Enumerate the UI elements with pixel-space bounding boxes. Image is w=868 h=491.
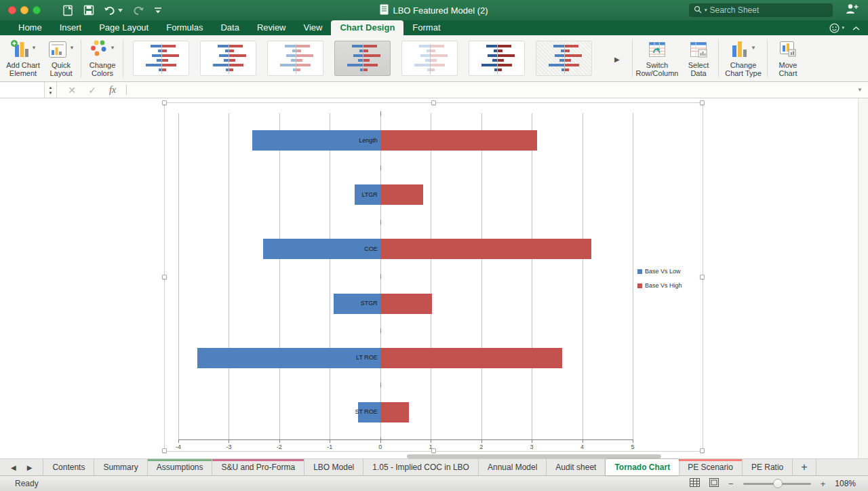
chart-style-thumbnail-5[interactable]: [401, 41, 458, 76]
chart-style-thumbnail-2[interactable]: [200, 41, 256, 76]
chart-style-thumbnail-1[interactable]: [133, 41, 189, 76]
gridline: [431, 113, 431, 439]
prev-sheet-button[interactable]: ◀: [11, 464, 16, 471]
page-layout-view-icon[interactable]: [709, 478, 719, 489]
zoom-window-button[interactable]: [33, 6, 41, 14]
sheet-tab-tornado-chart[interactable]: Tornado Chart: [606, 459, 679, 475]
cancel-entry-button[interactable]: ✕: [64, 82, 80, 98]
select-data-button[interactable]: Select Data: [681, 39, 716, 79]
category-label-length: Length: [330, 137, 378, 144]
chart-selection-handle[interactable]: [431, 100, 436, 105]
bar-base-vs-high-st-roe[interactable]: [380, 402, 409, 423]
name-box[interactable]: [0, 82, 45, 98]
gridline: [229, 113, 229, 439]
menu-tab-home[interactable]: Home: [9, 20, 51, 35]
chart-style-thumbnail-6[interactable]: [469, 41, 525, 76]
smiley-dropdown-icon: ▾: [842, 25, 844, 31]
switch-row-column-button[interactable]: Switch Row/Column: [635, 39, 679, 79]
undo-button[interactable]: [104, 5, 123, 16]
menu-tab-page-layout[interactable]: Page Layout: [90, 20, 157, 35]
x-axis-tick: [633, 439, 633, 443]
sheet-tab-contents[interactable]: Contents: [43, 459, 94, 475]
chart-style-thumbnail-7[interactable]: [536, 41, 592, 76]
category-axis-tick: [380, 382, 381, 387]
menu-tab-review[interactable]: Review: [248, 20, 295, 35]
sheet-tab-label: PE Ratio: [751, 463, 783, 472]
bar-base-vs-high-length[interactable]: [380, 130, 537, 151]
sheet-tab-audit-sheet[interactable]: Audit sheet: [547, 459, 606, 475]
bar-base-vs-high-coe[interactable]: [380, 239, 591, 259]
customize-toolbar-icon[interactable]: [154, 6, 162, 14]
chart-style-thumbnail-3[interactable]: [267, 41, 323, 76]
normal-view-icon[interactable]: [690, 478, 700, 489]
chart-selection-handle[interactable]: [162, 275, 167, 279]
name-box-spinner[interactable]: ▲▼: [45, 82, 57, 98]
quick-layout-button[interactable]: ▼ Quick Layout: [43, 39, 79, 79]
menu-tab-insert[interactable]: Insert: [51, 20, 91, 35]
share-button[interactable]: [845, 3, 859, 18]
zoom-slider-knob[interactable]: [773, 479, 783, 488]
sheet-tab-lbo-model[interactable]: LBO Model: [304, 459, 363, 475]
sheet-canvas[interactable]: -4-3-2-1012345LengthLTGRCOESTGRLT ROEST …: [0, 98, 868, 458]
menu-tab-formulas[interactable]: Formulas: [157, 20, 212, 35]
save-icon[interactable]: [83, 5, 94, 16]
insert-function-button[interactable]: fx: [104, 82, 121, 98]
zoom-slider[interactable]: [743, 483, 811, 485]
chart-selection-handle[interactable]: [700, 448, 705, 453]
close-window-button[interactable]: [8, 6, 16, 14]
bar-base-vs-high-stgr[interactable]: [380, 294, 433, 314]
zoom-in-button[interactable]: +: [821, 479, 826, 489]
chart-card[interactable]: -4-3-2-1012345LengthLTGRCOESTGRLT ROEST …: [164, 102, 703, 452]
category-axis-tick: [380, 220, 381, 224]
change-colors-button[interactable]: ▼ Change Colors: [84, 39, 121, 79]
chart-selection-handle[interactable]: [700, 100, 705, 105]
chart-style-thumbnail-4[interactable]: [334, 41, 391, 76]
formula-bar-expand-icon[interactable]: ▼: [857, 82, 863, 98]
bar-base-vs-high-lt-roe[interactable]: [380, 348, 562, 368]
new-workbook-icon[interactable]: [62, 5, 74, 16]
switch-row-column-label: Switch Row/Column: [635, 61, 679, 77]
category-axis-tick: [380, 274, 381, 279]
menu-tab-data[interactable]: Data: [212, 20, 248, 35]
legend-entry-base-vs-high[interactable]: Base Vs High: [637, 281, 682, 290]
sheet-tab-summary[interactable]: Summary: [94, 459, 147, 475]
confirm-entry-button[interactable]: ✓: [84, 82, 100, 98]
legend-entry-base-vs-low[interactable]: Base Vs Low: [637, 267, 682, 275]
move-chart-button[interactable]: Move Chart: [770, 39, 806, 79]
sheet-tab-assumptions[interactable]: Assumptions: [148, 459, 213, 475]
sheet-tab-label: Annual Model: [488, 463, 537, 472]
sheet-tab-color-stripe: [679, 459, 742, 461]
change-chart-type-button[interactable]: ▼ Change Chart Type: [721, 39, 766, 79]
minimize-window-button[interactable]: [20, 6, 28, 14]
redo-button[interactable]: [132, 5, 144, 16]
bar-base-vs-high-ltgr[interactable]: [380, 184, 423, 205]
menu-tab-view[interactable]: View: [295, 20, 332, 35]
vertical-scrollbar[interactable]: [858, 98, 868, 458]
gallery-scroll-right-icon[interactable]: ▶: [614, 56, 620, 63]
sheet-tab-1-05-implied-coc-in-lbo[interactable]: 1.05 - Implied COC in LBO: [363, 459, 479, 475]
chart-selection-handle[interactable]: [431, 448, 436, 453]
add-chart-element-icon: [9, 39, 30, 62]
sheet-tab-pe-ratio[interactable]: PE Ratio: [743, 459, 793, 475]
collapse-ribbon-button[interactable]: [852, 22, 860, 34]
formula-input[interactable]: [129, 82, 850, 98]
sheet-tab-s-u-and-pro-forma[interactable]: S&U and Pro-Forma: [212, 459, 304, 475]
change-colors-label: Change Colors: [84, 61, 121, 77]
chart-selection-handle[interactable]: [700, 275, 705, 279]
menu-tab-chart-design[interactable]: Chart Design: [331, 20, 403, 35]
chart-selection-handle[interactable]: [162, 448, 167, 453]
feedback-smiley-button[interactable]: ▾: [829, 23, 844, 33]
chart-selection-handle[interactable]: [162, 100, 167, 105]
zoom-out-button[interactable]: −: [728, 479, 734, 489]
search-scope-chevron-icon[interactable]: ▾: [705, 7, 707, 13]
chart-legend[interactable]: Base Vs LowBase Vs High: [637, 267, 682, 296]
sheet-tab-annual-model[interactable]: Annual Model: [479, 459, 547, 475]
add-chart-element-button[interactable]: ▼ Add Chart Element: [3, 39, 43, 79]
search-input[interactable]: ▾ Search Sheet: [689, 3, 833, 17]
menu-tab-format[interactable]: Format: [403, 20, 449, 35]
add-sheet-button[interactable]: +: [793, 459, 816, 475]
sheet-tab-label: PE Scenario: [688, 463, 733, 472]
next-sheet-button[interactable]: ▶: [27, 464, 33, 471]
chart-style-gallery: [133, 41, 592, 76]
sheet-tab-pe-scenario[interactable]: PE Scenario: [679, 459, 743, 475]
